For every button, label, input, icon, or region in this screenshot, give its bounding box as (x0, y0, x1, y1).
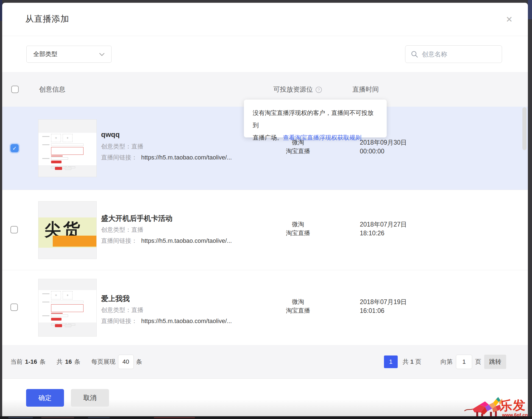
pagination-unit: 条 (40, 358, 46, 366)
creative-link-line: 直播间链接：https://h5.m.taobao.com/taolive/..… (101, 317, 232, 325)
live-date: 2018年07月27日 (360, 220, 407, 229)
link-label: 直播间链接： (101, 237, 137, 244)
column-resource: 可投放资源位? (273, 85, 322, 94)
thumbnail-banner-bar (53, 236, 97, 247)
resource-cell: 微淘 淘宝直播 (276, 220, 320, 238)
creative-title: 爱上我我 (101, 294, 130, 304)
creative-type: 创意类型：直播 (101, 142, 143, 151)
close-icon[interactable]: ✕ (503, 13, 515, 25)
live-clock-time: 18:10:26 (360, 229, 407, 238)
thumbnail-form-preview: + + (38, 133, 96, 165)
column-live-time: 直播时间 (352, 85, 379, 94)
column-creative-info: 创意信息 (39, 85, 65, 94)
scrollbar-thumb[interactable] (522, 107, 527, 150)
pagination-total-label: 共 (57, 358, 63, 366)
per-page-input[interactable] (118, 355, 134, 369)
cancel-button[interactable]: 取消 (71, 389, 109, 407)
resource-help-tooltip: 没有淘宝直播浮现权的客户，直播间不可投放到 直播广场。查看淘宝直播浮现权获取规则 (244, 100, 387, 137)
live-clock-time: 16:01:06 (360, 306, 407, 315)
pagination-current-label: 当前 (10, 358, 23, 366)
pagination-unit: 条 (74, 358, 80, 366)
creative-title: qwqq (101, 130, 120, 139)
creative-thumbnail: + + (38, 119, 97, 177)
modal-footer: 确定 取消 (2, 379, 528, 416)
confirm-button[interactable]: 确定 (26, 389, 64, 407)
goto-page-unit: 页 (475, 358, 481, 366)
background-page-edge (0, 0, 2, 21)
pagination-bar: 当前 1-16 条 共 16 条 每页展现 条 1 共 1 页 向第 页 跳转 (2, 345, 528, 379)
column-resource-label: 可投放资源位 (273, 86, 313, 93)
tooltip-rules-link[interactable]: 查看淘宝直播浮现权获取规则 (283, 134, 361, 141)
pager: 1 共 1 页 向第 页 跳转 (384, 345, 506, 378)
resource-cell: 微淘 淘宝直播 (276, 297, 320, 315)
row-checkbox-checked[interactable]: ✓ (10, 144, 19, 152)
pagination-unit: 条 (136, 358, 142, 366)
live-time-cell: 2018年07月27日 18:10:26 (360, 220, 407, 238)
live-date: 2018年07月19日 (360, 297, 407, 306)
add-from-live-modal: 从直播添加 ✕ 全部类型 创意信息 可投放资源位? 直播时间 ✓ + (2, 3, 528, 416)
page-1-button[interactable]: 1 (384, 355, 398, 368)
pagination-summary: 当前 1-16 条 共 16 条 每页展现 条 (10, 345, 142, 378)
resource-taobao-live: 淘宝直播 (276, 306, 320, 315)
watermark: 乐发网 www.6pf.cn (464, 396, 528, 416)
bull-logo-icon (464, 396, 505, 416)
tooltip-line1: 没有淘宝直播浮现权的客户，直播间不可投放到 (253, 107, 378, 131)
creative-type-dropdown-value: 全部类型 (33, 50, 57, 58)
table-row[interactable]: + + 爱上我我 创意类型：直播 直播间链接：https://h5.m.taob… (2, 270, 528, 345)
chevron-down-icon (99, 51, 105, 58)
link-label: 直播间链接： (101, 154, 137, 161)
tooltip-line2: 直播广场。查看淘宝直播浮现权获取规则 (253, 131, 378, 144)
resource-weitao: 微淘 (276, 297, 320, 306)
creative-type: 创意类型：直播 (101, 226, 143, 234)
live-room-link[interactable]: https://h5.m.taobao.com/taolive/... (141, 237, 232, 244)
row-checkbox[interactable] (10, 304, 18, 311)
help-icon[interactable]: ? (316, 87, 322, 93)
live-clock-time: 00:00:00 (360, 147, 407, 156)
thumbnail-banner: 尖货 (38, 217, 96, 248)
resource-taobao-live: 淘宝直播 (276, 147, 320, 156)
total-pages-label: 共 (403, 358, 409, 366)
live-room-link[interactable]: https://h5.m.taobao.com/taolive/... (141, 318, 232, 324)
goto-page-input[interactable] (456, 355, 472, 369)
header-divider (2, 36, 528, 36)
select-all-checkbox[interactable] (11, 86, 19, 93)
creative-type-dropdown[interactable]: 全部类型 (26, 46, 112, 63)
thumbnail-form-preview: + + (38, 290, 96, 322)
search-input[interactable] (422, 51, 496, 58)
jump-button[interactable]: 跳转 (484, 355, 506, 369)
link-label: 直播间链接： (101, 318, 137, 324)
background-page-edge (528, 0, 532, 19)
modal-title: 从直播添加 (25, 13, 69, 25)
background-bottom-strip (0, 416, 532, 419)
creative-thumbnail: 尖货 (38, 201, 97, 259)
resource-taobao-live: 淘宝直播 (276, 229, 320, 238)
row-checkbox[interactable] (10, 226, 18, 233)
creative-link-line: 直播间链接：https://h5.m.taobao.com/taolive/..… (101, 237, 232, 245)
resource-weitao: 微淘 (276, 220, 320, 229)
live-room-link[interactable]: https://h5.m.taobao.com/taolive/... (141, 154, 232, 161)
creative-link-line: 直播间链接：https://h5.m.taobao.com/taolive/..… (101, 153, 232, 162)
creative-name-search[interactable] (405, 45, 502, 63)
creative-title: 盛大开机后手机卡活动 (101, 214, 172, 223)
pagination-total-count: 16 (65, 358, 72, 365)
pagination-current-range: 1-16 (25, 358, 37, 365)
total-pages-count: 1 (410, 358, 414, 365)
creative-thumbnail: + + (38, 279, 97, 337)
search-icon (411, 51, 418, 58)
tooltip-line2-text: 直播广场。 (253, 134, 283, 141)
check-icon: ✓ (12, 145, 17, 151)
total-pages-unit: 页 (415, 358, 421, 366)
live-time-cell: 2018年07月19日 16:01:06 (360, 297, 407, 315)
watermark-site-url: www.6pf.cn (502, 412, 528, 416)
creative-type: 创意类型：直播 (101, 306, 143, 314)
per-page-label: 每页展现 (91, 358, 116, 366)
goto-page-label: 向第 (441, 358, 453, 366)
table-row[interactable]: 尖货 盛大开机后手机卡活动 创意类型：直播 直播间链接：https://h5.m… (2, 190, 528, 270)
